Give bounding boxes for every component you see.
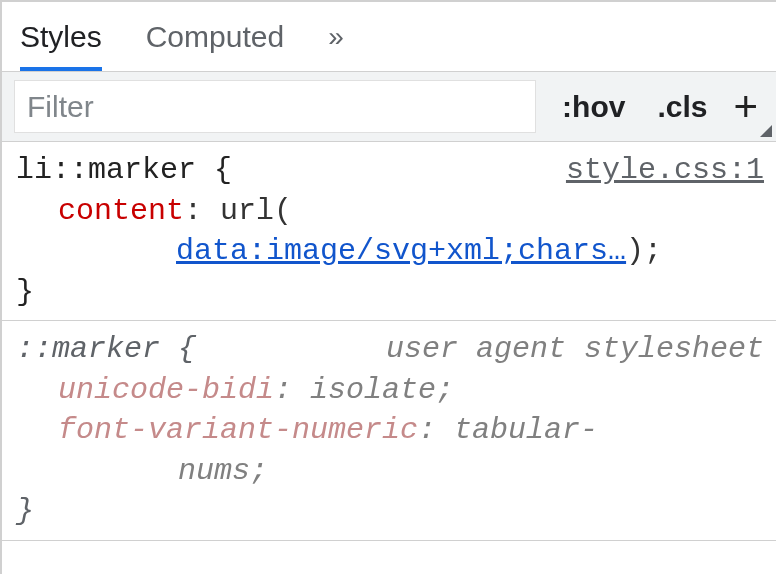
plus-icon: +: [733, 83, 758, 131]
tab-styles[interactable]: Styles: [20, 2, 102, 71]
property-value: : isolate;: [274, 373, 454, 407]
brace-open: {: [196, 153, 232, 187]
rules-list: li::marker { style.css:1 content: url( d…: [2, 142, 776, 541]
declarations: unicode-bidi: isolate; font-variant-nume…: [16, 370, 764, 492]
tab-computed[interactable]: Computed: [146, 2, 284, 71]
brace-open: {: [160, 332, 196, 366]
declaration: unicode-bidi: isolate;: [58, 370, 764, 411]
brace-close: }: [16, 275, 34, 309]
url-value-link[interactable]: data:image/svg+xml;chars…: [176, 231, 626, 272]
property-value: : tabular-: [418, 413, 598, 447]
tabstrip: Styles Computed »: [2, 2, 776, 72]
dropdown-corner-icon: [760, 125, 772, 137]
property-name: unicode-bidi: [58, 373, 274, 407]
selector-text: ::marker: [16, 332, 160, 366]
property-value-cont: nums;: [58, 451, 764, 492]
style-rule-user-agent: ::marker { user agent stylesheet unicode…: [2, 321, 776, 541]
property-name: content: [58, 194, 184, 228]
declarations: content: url( data:image/svg+xml;chars…)…: [16, 191, 764, 272]
property-name: font-variant-numeric: [58, 413, 418, 447]
style-rule[interactable]: li::marker { style.css:1 content: url( d…: [2, 142, 776, 321]
selector-row: ::marker { user agent stylesheet: [16, 329, 764, 370]
cls-toggle[interactable]: .cls: [641, 72, 723, 141]
new-style-rule-button[interactable]: +: [723, 72, 776, 141]
tab-overflow[interactable]: »: [328, 2, 342, 71]
declaration[interactable]: content: url(: [58, 191, 764, 232]
selector-row: li::marker { style.css:1: [16, 150, 764, 191]
hov-toggle[interactable]: :hov: [546, 72, 641, 141]
styles-panel: Styles Computed » :hov .cls + li::marker…: [0, 0, 776, 574]
styles-toolbar: :hov .cls +: [2, 72, 776, 142]
property-value-prefix: : url(: [184, 194, 292, 228]
filter-input[interactable]: [14, 80, 536, 133]
user-agent-label: user agent stylesheet: [386, 329, 764, 370]
source-link[interactable]: style.css:1: [566, 150, 764, 191]
property-value-suffix: );: [626, 234, 662, 268]
selector-text[interactable]: li::marker: [16, 153, 196, 187]
declaration: font-variant-numeric: tabular-: [58, 410, 764, 451]
brace-close: }: [16, 494, 34, 528]
